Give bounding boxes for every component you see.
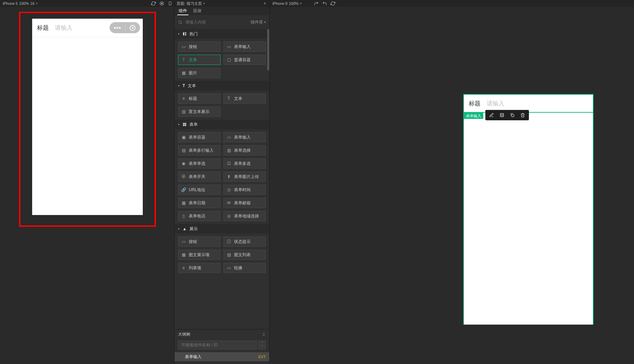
comp-form-time[interactable]: ◷表单时间 bbox=[223, 185, 266, 195]
page-label-prefix: 页面: bbox=[177, 1, 185, 6]
comp-button[interactable]: ▭按钮 bbox=[178, 41, 221, 52]
heading-icon: ≡ bbox=[181, 96, 186, 101]
phone-icon: ▯ bbox=[181, 214, 186, 218]
comp-form-input2[interactable]: ▭表单输入 bbox=[223, 132, 266, 142]
grid-icon bbox=[183, 32, 187, 36]
email-icon: ✉ bbox=[226, 200, 231, 205]
tab-blocks[interactable]: 区块 bbox=[192, 7, 203, 15]
upload-icon: ⬆ bbox=[226, 174, 231, 179]
form-placeholder: 请输入 bbox=[487, 100, 504, 108]
outline-search-input[interactable] bbox=[178, 340, 257, 349]
chevron-down-icon: ▾ bbox=[178, 84, 180, 87]
panel-tabs: 组件 区块 bbox=[175, 7, 269, 15]
comp-button2[interactable]: ▭按钮 bbox=[178, 236, 221, 247]
comp-form-email[interactable]: ✉表单邮箱 bbox=[223, 198, 266, 208]
left-topbar: iPhone 5 100% 16 ▾ bbox=[0, 0, 174, 7]
page-name[interactable]: 练习主页 bbox=[187, 1, 202, 6]
device-name: iPhone 8 bbox=[272, 1, 287, 6]
refresh-icon[interactable] bbox=[329, 1, 337, 6]
edit-button[interactable] bbox=[487, 111, 496, 119]
container-icon: ▢ bbox=[226, 57, 231, 62]
category-hot[interactable]: ▾ 热门 bbox=[175, 29, 269, 39]
device-selector-left[interactable]: iPhone 5 100% 16 ▾ bbox=[0, 1, 38, 6]
info-icon: ⓘ bbox=[226, 239, 231, 245]
comp-form-region[interactable]: ◎表单地域选择 bbox=[223, 211, 266, 221]
comp-status-tip[interactable]: ⓘ状态提示 bbox=[223, 236, 266, 247]
right-topbar: iPhone 8 100% ▾ bbox=[270, 0, 634, 7]
slot-button[interactable] bbox=[497, 111, 507, 119]
comp-form-checkbox[interactable]: ☑表单多选 bbox=[223, 158, 266, 169]
copy-button[interactable] bbox=[507, 111, 517, 119]
redo-icon[interactable] bbox=[312, 1, 320, 6]
iphone8-canvas[interactable]: 标题 请输入 表单输入 bbox=[463, 94, 593, 325]
refresh-icon[interactable] bbox=[149, 1, 158, 6]
comp-form-date[interactable]: ▦表单日期 bbox=[178, 198, 221, 208]
media-icon: ▦ bbox=[181, 252, 186, 257]
comp-carousel[interactable]: ▭轮播 bbox=[223, 263, 266, 273]
undo-icon[interactable] bbox=[320, 1, 329, 6]
comp-form-radio[interactable]: ◉表单单选 bbox=[178, 158, 221, 169]
page-bar: 页面: 练习主页 ▾ ＋ bbox=[175, 0, 269, 7]
category-display[interactable]: ▾ ▲ 展示 bbox=[175, 224, 269, 234]
miniprogram-capsule[interactable] bbox=[110, 22, 140, 33]
image-icon: ▦ bbox=[181, 71, 186, 75]
zoom-level: 100% bbox=[19, 1, 29, 6]
outline-row-label: 表单输入 bbox=[185, 354, 202, 360]
add-page-button[interactable]: ＋ bbox=[262, 0, 267, 7]
comp-heading[interactable]: ≡标题 bbox=[178, 93, 221, 104]
record-icon[interactable] bbox=[158, 1, 166, 6]
comp-media-list[interactable]: ▤图文列表 bbox=[223, 250, 266, 260]
tab-components[interactable]: 组件 bbox=[177, 7, 188, 15]
form-container-icon: ▣ bbox=[181, 135, 186, 140]
comp-container[interactable]: ▢普通容器 bbox=[223, 55, 266, 65]
outline-row-form-input[interactable]: 表单输入 EVT bbox=[175, 352, 269, 361]
component-library-button[interactable]: 组件库 ▾ bbox=[251, 19, 266, 25]
comp-text[interactable]: T文本 bbox=[178, 55, 221, 65]
form-input-row[interactable]: 标题 请输入 bbox=[32, 19, 143, 37]
comp-list-item[interactable]: ≡列表项 bbox=[178, 263, 221, 273]
category-form[interactable]: ▾ 表单 bbox=[175, 120, 269, 129]
more-icon[interactable] bbox=[114, 27, 121, 29]
component-panel: 页面: 练习主页 ▾ ＋ 组件 区块 组件库 ▾ ▾ 热门 bbox=[174, 0, 270, 364]
carousel-icon: ▭ bbox=[226, 265, 231, 270]
clock-icon: ◷ bbox=[226, 187, 231, 192]
form-label: 标题 bbox=[469, 100, 481, 108]
category-text[interactable]: ▾ T 文本 bbox=[175, 81, 269, 91]
comp-form-container[interactable]: ▣表单容器 bbox=[178, 132, 221, 142]
svg-rect-16 bbox=[512, 114, 514, 116]
location-icon: ◎ bbox=[226, 214, 231, 218]
expand-collapse-icon[interactable] bbox=[262, 332, 266, 336]
divider bbox=[125, 25, 125, 31]
comp-form-switch[interactable]: ⦿表单开关 bbox=[178, 171, 221, 182]
delete-button[interactable] bbox=[518, 111, 528, 119]
input-icon: ▭ bbox=[226, 44, 231, 49]
comp-image[interactable]: ▦图片 bbox=[178, 68, 221, 78]
svg-line-5 bbox=[181, 23, 182, 24]
component-scroll[interactable]: ▾ 热门 ▭按钮 ▭表单输入 T文本 ▢普通容器 ▦图片 ▾ T 文本 ≡标题 … bbox=[175, 29, 269, 329]
svg-rect-7 bbox=[185, 32, 186, 34]
chevron-down-icon[interactable]: ˅ bbox=[259, 345, 265, 349]
comp-form-select[interactable]: ▥表单选择 bbox=[223, 145, 266, 156]
display-category-icon: ▲ bbox=[183, 226, 187, 231]
comp-url[interactable]: 🔗URL地址 bbox=[178, 185, 221, 195]
comp-media-item[interactable]: ▦图文展示项 bbox=[178, 250, 221, 260]
svg-point-1 bbox=[161, 3, 162, 4]
comp-form-input[interactable]: ▭表单输入 bbox=[223, 41, 266, 52]
chevron-down-icon[interactable]: ▾ bbox=[203, 2, 205, 5]
comp-form-textarea[interactable]: ▤表单多行输入 bbox=[178, 145, 221, 156]
device-selector-right[interactable]: iPhone 8 100% ▾ bbox=[270, 1, 302, 6]
chevron-down-icon: ▾ bbox=[178, 32, 180, 36]
comp-form-phone[interactable]: ▯表单电话 bbox=[178, 211, 221, 221]
text-icon: T bbox=[226, 96, 231, 101]
comp-form-image-upload[interactable]: ⬆表单图片上传 bbox=[223, 171, 266, 182]
chevron-down-icon: ▾ bbox=[264, 20, 266, 24]
button-icon: ▭ bbox=[181, 239, 186, 244]
close-target-icon[interactable] bbox=[130, 25, 136, 31]
iphone5-canvas[interactable]: 标题 请输入 bbox=[32, 19, 143, 215]
input-icon: ▭ bbox=[226, 135, 231, 140]
chevron-up-icon[interactable]: ˄ bbox=[259, 341, 265, 345]
component-search-input[interactable] bbox=[185, 20, 248, 25]
phone-icon[interactable] bbox=[166, 1, 174, 6]
comp-richtext[interactable]: ▤富文本展示 bbox=[178, 106, 221, 117]
comp-text2[interactable]: T文本 bbox=[223, 93, 266, 104]
